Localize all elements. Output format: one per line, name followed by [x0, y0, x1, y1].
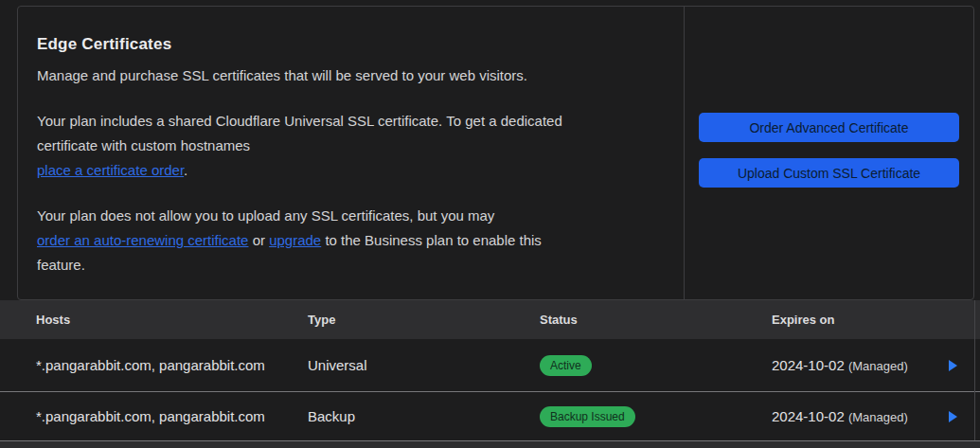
type-cell: Universal [308, 357, 540, 373]
managed-label: (Managed) [848, 410, 908, 424]
next-section-strip [0, 440, 980, 448]
certificates-table: Hosts Type Status Expires on *.pangarabb… [0, 300, 980, 440]
universal-ssl-paragraph: Your plan includes a shared Cloudflare U… [37, 109, 665, 183]
business-plan-text: to the Business plan to enable this [321, 232, 542, 248]
place-certificate-order-link[interactable]: place a certificate order [37, 162, 184, 178]
expires-cell: 2024-10-02 (Managed) [772, 408, 942, 424]
or-text: or [248, 232, 269, 248]
upload-custom-ssl-certificate-button[interactable]: Upload Custom SSL Certificate [699, 158, 959, 188]
order-auto-renewing-certificate-link[interactable]: order an auto-renewing certificate [37, 232, 248, 248]
certificate-actions-panel: Order Advanced Certificate Upload Custom… [685, 7, 973, 299]
hosts-cell: *.pangarabbit.com, pangarabbit.com [36, 408, 308, 424]
hosts-cell: *.pangarabbit.com, pangarabbit.com [36, 357, 308, 373]
upgrade-link[interactable]: upgrade [269, 232, 321, 248]
universal-ssl-line1: Your plan includes a shared Cloudflare U… [37, 113, 562, 129]
expand-row-caret-icon[interactable] [949, 411, 957, 422]
status-badge: Active [540, 355, 592, 376]
page-edge-divider [974, 300, 975, 448]
column-header-status: Status [540, 313, 772, 327]
edge-certificates-card: Edge Certificates Manage and purchase SS… [17, 6, 974, 300]
upload-restriction-paragraph: Your plan does not allow you to upload a… [37, 204, 665, 278]
column-header-type: Type [308, 313, 540, 327]
column-header-expires-on: Expires on [772, 313, 942, 327]
page-title: Edge Certificates [37, 35, 665, 54]
type-cell: Backup [308, 408, 540, 424]
upload-restriction-line3: feature. [37, 257, 85, 273]
universal-ssl-line2: certificate with custom hostnames [37, 137, 250, 153]
table-row: *.pangarabbit.com, pangarabbit.com Backu… [0, 392, 980, 440]
expand-row-caret-icon[interactable] [949, 360, 957, 371]
table-header-row: Hosts Type Status Expires on [0, 300, 980, 339]
managed-label: (Managed) [848, 359, 908, 373]
status-badge: Backup Issued [540, 406, 635, 427]
subtitle: Manage and purchase SSL certificates tha… [37, 63, 665, 88]
period: . [184, 162, 187, 178]
upload-restriction-line1: Your plan does not allow you to upload a… [37, 207, 494, 224]
table-row: *.pangarabbit.com, pangarabbit.com Unive… [0, 339, 980, 392]
edge-certificates-description: Edge Certificates Manage and purchase SS… [18, 7, 685, 299]
column-header-hosts: Hosts [36, 313, 308, 327]
expires-cell: 2024-10-02 (Managed) [772, 357, 942, 373]
order-advanced-certificate-button[interactable]: Order Advanced Certificate [699, 113, 959, 142]
